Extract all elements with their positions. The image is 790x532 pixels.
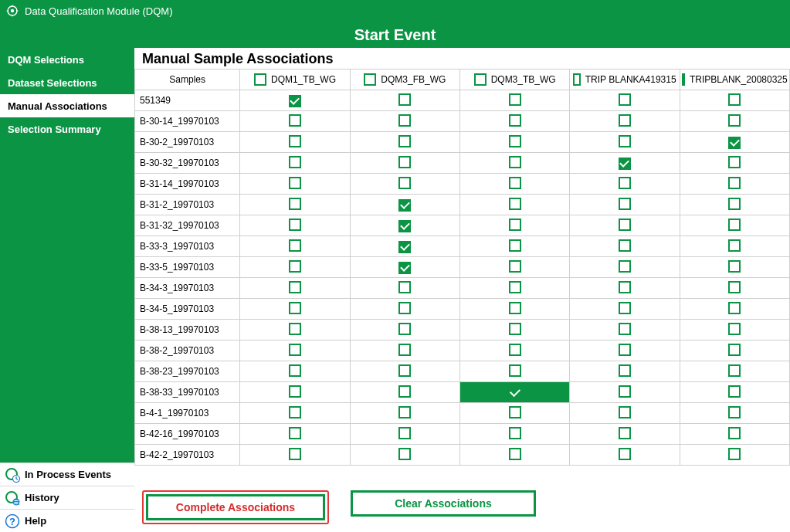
association-cell[interactable] — [350, 382, 459, 403]
association-cell[interactable] — [570, 361, 680, 382]
association-checkbox[interactable] — [509, 386, 521, 398]
association-checkbox[interactable] — [289, 406, 301, 418]
sidebar-bottom-help[interactable]: ?Help — [0, 509, 134, 532]
association-checkbox[interactable] — [289, 198, 301, 210]
association-cell[interactable] — [570, 215, 680, 236]
association-checkbox[interactable] — [619, 364, 631, 377]
association-cell[interactable] — [459, 341, 569, 361]
association-cell[interactable] — [350, 361, 459, 382]
association-cell[interactable] — [240, 174, 350, 195]
column-select-all-checkbox[interactable] — [254, 73, 266, 86]
association-cell[interactable] — [350, 90, 459, 111]
association-checkbox[interactable] — [619, 406, 631, 418]
association-cell[interactable] — [459, 445, 569, 466]
association-cell[interactable] — [680, 132, 789, 153]
association-cell[interactable] — [459, 195, 569, 215]
association-checkbox[interactable] — [619, 323, 631, 335]
association-cell[interactable] — [240, 382, 350, 403]
association-checkbox[interactable] — [619, 448, 631, 460]
association-cell[interactable] — [350, 320, 459, 341]
association-checkbox[interactable] — [398, 344, 411, 356]
association-cell[interactable] — [240, 90, 350, 111]
association-cell[interactable] — [459, 215, 569, 236]
column-select-all-checkbox[interactable] — [682, 73, 685, 86]
association-checkbox[interactable] — [289, 219, 301, 231]
association-checkbox[interactable] — [728, 219, 741, 231]
association-cell[interactable] — [680, 257, 789, 278]
association-checkbox[interactable] — [509, 114, 521, 127]
association-cell[interactable] — [240, 403, 350, 424]
sidebar-item-dqm-selections[interactable]: DQM Selections — [0, 48, 134, 71]
association-checkbox[interactable] — [619, 93, 631, 106]
association-cell[interactable] — [240, 320, 350, 341]
association-checkbox[interactable] — [728, 93, 741, 106]
association-checkbox[interactable] — [289, 281, 301, 293]
association-checkbox[interactable] — [728, 114, 741, 127]
association-checkbox[interactable] — [619, 219, 631, 231]
association-cell[interactable] — [570, 382, 680, 403]
association-checkbox[interactable] — [398, 156, 411, 168]
association-checkbox[interactable] — [289, 323, 301, 335]
association-cell[interactable] — [350, 445, 459, 466]
column-select-all-checkbox[interactable] — [364, 73, 376, 86]
association-checkbox[interactable] — [398, 448, 411, 460]
association-cell[interactable] — [680, 236, 789, 257]
association-cell[interactable] — [459, 299, 569, 320]
association-checkbox[interactable] — [509, 177, 521, 189]
association-checkbox[interactable] — [509, 260, 521, 273]
clear-associations-button[interactable]: Clear Associations — [351, 490, 536, 517]
association-checkbox[interactable] — [728, 448, 741, 460]
association-checkbox[interactable] — [509, 219, 521, 231]
association-cell[interactable] — [459, 424, 569, 445]
association-cell[interactable] — [680, 361, 789, 382]
association-checkbox[interactable] — [619, 281, 631, 293]
association-checkbox[interactable] — [289, 239, 301, 252]
sidebar-bottom-history[interactable]: History — [0, 486, 134, 509]
association-cell[interactable] — [240, 257, 350, 278]
association-checkbox[interactable] — [619, 260, 631, 273]
association-checkbox[interactable] — [289, 448, 301, 460]
association-cell[interactable] — [680, 445, 789, 466]
association-checkbox[interactable] — [509, 448, 521, 460]
association-cell[interactable] — [350, 111, 459, 132]
association-cell[interactable] — [240, 132, 350, 153]
association-cell[interactable] — [680, 382, 789, 403]
association-checkbox[interactable] — [398, 241, 411, 253]
association-cell[interactable] — [570, 153, 680, 174]
association-checkbox[interactable] — [398, 135, 411, 147]
association-checkbox[interactable] — [398, 364, 411, 377]
association-checkbox[interactable] — [509, 93, 521, 106]
association-checkbox[interactable] — [509, 302, 521, 314]
association-checkbox[interactable] — [289, 302, 301, 314]
association-checkbox[interactable] — [289, 260, 301, 273]
sidebar-bottom-in-process-events[interactable]: In Process Events — [0, 463, 134, 486]
association-checkbox[interactable] — [619, 198, 631, 210]
association-checkbox[interactable] — [398, 177, 411, 189]
association-checkbox[interactable] — [619, 239, 631, 252]
association-cell[interactable] — [459, 403, 569, 424]
association-cell[interactable] — [680, 320, 789, 341]
association-checkbox[interactable] — [728, 260, 741, 273]
association-checkbox[interactable] — [289, 135, 301, 147]
association-checkbox[interactable] — [289, 364, 301, 377]
association-cell[interactable] — [350, 403, 459, 424]
association-checkbox[interactable] — [619, 135, 631, 147]
association-checkbox[interactable] — [619, 344, 631, 356]
association-cell[interactable] — [240, 361, 350, 382]
association-cell[interactable] — [680, 174, 789, 195]
association-checkbox[interactable] — [398, 199, 411, 212]
association-checkbox[interactable] — [398, 281, 411, 293]
association-cell[interactable] — [459, 153, 569, 174]
association-checkbox[interactable] — [728, 344, 741, 356]
association-checkbox[interactable] — [619, 385, 631, 398]
column-select-all-checkbox[interactable] — [474, 73, 487, 86]
association-checkbox[interactable] — [289, 385, 301, 398]
association-checkbox[interactable] — [398, 406, 411, 418]
association-checkbox[interactable] — [289, 95, 301, 107]
association-cell[interactable] — [240, 278, 350, 299]
association-checkbox[interactable] — [728, 239, 741, 252]
association-checkbox[interactable] — [289, 114, 301, 127]
association-cell[interactable] — [459, 382, 569, 403]
association-cell[interactable] — [459, 236, 569, 257]
association-checkbox[interactable] — [509, 156, 521, 168]
